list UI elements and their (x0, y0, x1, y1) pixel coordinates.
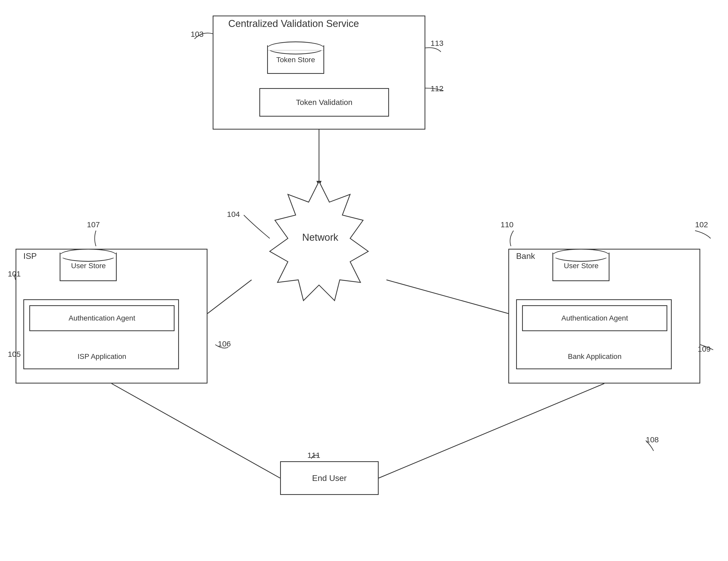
bank-application-label: Bank Application (517, 352, 672, 361)
ref-105: 105 (8, 350, 21, 359)
ref-110: 110 (501, 220, 514, 229)
bank-user-store-label: User Store (554, 262, 608, 270)
isp-label: ISP (23, 251, 37, 261)
isp-user-store-label: User Store (62, 262, 115, 270)
ref-104: 104 (227, 210, 240, 219)
isp-user-store-inner (60, 254, 116, 258)
bank-user-store-inner (553, 254, 609, 258)
ref-101: 101 (8, 270, 21, 278)
network-label: Network (302, 232, 338, 243)
isp-auth-agent-label: Authentication Agent (69, 314, 135, 322)
bank-auth-agent-box: Authentication Agent (522, 305, 667, 331)
token-validation-box: Token Validation (259, 88, 389, 117)
token-validation-label: Token Validation (296, 98, 352, 107)
ref-106: 106 (218, 339, 231, 348)
isp-inner-box: Authentication Agent ISP Application (23, 299, 179, 369)
isp-application-label: ISP Application (24, 352, 180, 361)
ref-103: 103 (191, 30, 204, 39)
cvs-title: Centralized Validation Service (228, 18, 359, 29)
svg-line-3 (386, 280, 508, 313)
end-user-label: End User (281, 462, 378, 494)
svg-line-5 (379, 383, 604, 478)
end-user-box: End User (280, 461, 379, 495)
svg-marker-1 (316, 181, 322, 187)
bank-auth-agent-label: Authentication Agent (561, 314, 628, 322)
bank-label: Bank (516, 251, 535, 261)
ref-112: 112 (431, 84, 443, 93)
diagram-container: Centralized Validation Service Token Sto… (0, 0, 728, 561)
token-store-label: Token Store (270, 56, 322, 64)
ref-113: 113 (431, 39, 443, 48)
ref-102: 102 (695, 220, 708, 229)
ref-111: 111 (307, 451, 320, 460)
svg-line-2 (207, 280, 252, 313)
isp-auth-agent-box: Authentication Agent (29, 305, 175, 331)
svg-line-4 (112, 383, 280, 478)
ref-107: 107 (87, 220, 100, 229)
token-store-inner (268, 47, 323, 51)
ref-109: 109 (698, 345, 711, 353)
ref-108: 108 (646, 435, 659, 444)
bank-inner-box: Authentication Agent Bank Application (516, 299, 672, 369)
